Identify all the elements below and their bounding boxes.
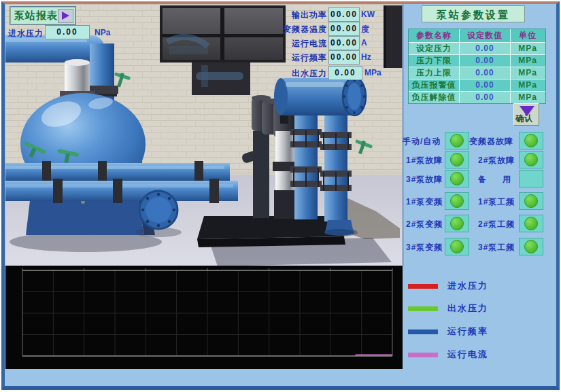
trend-plot — [5, 266, 403, 369]
status-label-spare: 备 用 — [478, 174, 515, 185]
status-indicator-pump3-mains — [519, 238, 543, 255]
table-row-pressure-low-limit: 压力下限 0.00 MPa — [409, 55, 545, 67]
param-unit: MPa — [510, 79, 545, 91]
status-label-pump3-vfd: 3#泵变频 — [406, 242, 443, 253]
param-name: 设定压力 — [409, 43, 459, 54]
param-name: 压力上限 — [409, 67, 459, 79]
run-current-value: 00.00 — [328, 36, 360, 50]
inlet-pressure-label: 进水压力 — [8, 28, 44, 39]
legend-label-run-current: 运行电流 — [447, 349, 488, 361]
outlet-pressure-unit: MPa — [364, 68, 381, 77]
run-current-unit: A — [361, 38, 367, 48]
led-indicator — [450, 217, 464, 230]
confirm-button[interactable]: 确认 — [513, 103, 539, 126]
report-button-label: 泵站报表 — [14, 10, 58, 22]
status-indicator-pump3-vfd — [445, 238, 469, 255]
led-indicator — [450, 194, 464, 208]
led-indicator — [450, 240, 464, 253]
status-indicator-spare — [519, 170, 543, 188]
status-label-pump1-mains: 1#泵工频 — [478, 196, 515, 208]
param-unit: MPa — [510, 67, 545, 79]
led-indicator — [524, 194, 538, 208]
param-name: 压力下限 — [409, 55, 459, 67]
legend-swatch-inlet-pressure — [408, 284, 438, 289]
inverter-temp-value: 00.00 — [328, 22, 360, 36]
led-indicator — [524, 153, 538, 166]
parameter-table: 参数名称 设定数值 单位 设定压力 0.00 MPa 压力下限 0.00 MPa… — [408, 29, 546, 104]
status-indicator-manual-auto[interactable] — [445, 132, 469, 149]
led-indicator — [450, 134, 464, 147]
status-label-pump3-mains: 3#泵工频 — [478, 242, 515, 253]
param-unit: MPa — [510, 92, 545, 103]
status-indicator-pump2-fault — [519, 151, 543, 168]
led-indicator — [524, 134, 538, 147]
run-frequency-value: 00.00 — [328, 50, 360, 65]
output-power-value: 00.00 — [328, 7, 360, 22]
param-unit: MPa — [510, 43, 545, 54]
led-indicator — [524, 240, 538, 253]
param-name: 负压报警值 — [409, 79, 459, 91]
legend-swatch-run-current — [408, 353, 438, 357]
settings-panel-title: 泵站参数设置 — [422, 5, 525, 22]
status-indicator-pump1-mains — [519, 192, 543, 210]
outlet-pressure-value: 0.00 — [328, 66, 362, 80]
run-current-label: 运行电流 — [262, 38, 327, 50]
param-value-input[interactable]: 0.00 — [459, 92, 510, 103]
status-indicator-pump1-fault — [445, 151, 469, 168]
legend-label-outlet-pressure: 出水压力 — [447, 302, 488, 315]
table-header-row: 参数名称 设定数值 单位 — [409, 29, 545, 43]
col-header-param-name: 参数名称 — [409, 29, 459, 42]
status-indicator-pump1-vfd — [445, 192, 469, 210]
col-header-set-value: 设定数值 — [459, 29, 510, 42]
status-label-pump1-vfd: 1#泵变频 — [406, 196, 443, 208]
status-indicator-inverter-fault — [519, 132, 543, 149]
play-triangle-icon — [62, 12, 69, 20]
panel-divider — [402, 4, 404, 266]
legend-swatch-run-frequency — [408, 329, 438, 334]
inverter-temp-unit: 度 — [361, 24, 369, 35]
status-label-pump2-vfd: 2#泵变频 — [406, 219, 443, 230]
output-power-label: 输出功率 — [262, 10, 327, 21]
led-indicator — [450, 172, 464, 185]
table-row-set-pressure: 设定压力 0.00 MPa — [409, 43, 545, 55]
status-label-pump3-fault: 3#泵故障 — [406, 174, 443, 185]
inlet-pressure-value: 0.00 — [45, 25, 90, 39]
led-indicator — [450, 153, 464, 166]
status-label-manual-auto: 手动/自动 — [403, 136, 441, 147]
inverter-temp-label: 变频器温度 — [262, 24, 327, 35]
param-unit: MPa — [510, 55, 545, 67]
param-value-input[interactable]: 0.00 — [459, 79, 510, 91]
status-label-pump2-mains: 2#泵工频 — [478, 219, 515, 230]
hmi-pump-station-screen: 泵站报表 进水压力 0.00 NPa 输出功率 00.00 KW 变频器温度 0… — [0, 0, 561, 392]
param-value-input[interactable]: 0.00 — [459, 67, 510, 79]
play-icon[interactable] — [58, 9, 73, 23]
report-button[interactable]: 泵站报表 — [10, 6, 76, 25]
output-power-unit: KW — [361, 10, 375, 19]
status-indicator-pump2-mains — [519, 215, 543, 232]
param-name: 负压解除值 — [409, 92, 459, 103]
inlet-pressure-unit: NPa — [95, 28, 110, 37]
led-indicator — [524, 217, 538, 230]
table-row-negative-pressure-alarm: 负压报警值 0.00 MPa — [409, 79, 545, 92]
legend-swatch-outlet-pressure — [408, 306, 438, 311]
trend-chart — [5, 266, 403, 369]
legend-label-inlet-pressure: 进水压力 — [447, 280, 488, 292]
confirm-button-label: 确认 — [515, 113, 533, 124]
run-frequency-unit: Hz — [361, 52, 371, 62]
status-label-pump1-fault: 1#泵故障 — [406, 155, 443, 166]
param-value-input[interactable]: 0.00 — [459, 55, 510, 67]
col-header-unit: 单位 — [510, 29, 545, 42]
status-indicator-pump3-fault — [445, 170, 469, 188]
legend-label-run-frequency: 运行频率 — [447, 325, 488, 338]
status-indicator-pump2-vfd — [445, 215, 469, 232]
param-value-input[interactable]: 0.00 — [459, 43, 510, 54]
outlet-pressure-label: 出水压力 — [262, 68, 327, 79]
table-row-pressure-high-limit: 压力上限 0.00 MPa — [409, 67, 545, 79]
table-row-negative-pressure-release: 负压解除值 0.00 MPa — [409, 92, 545, 103]
status-label-inverter-fault: 变频器故障 — [469, 136, 513, 147]
status-label-pump2-fault: 2#泵故障 — [478, 155, 515, 166]
run-frequency-label: 运行频率 — [262, 52, 327, 64]
